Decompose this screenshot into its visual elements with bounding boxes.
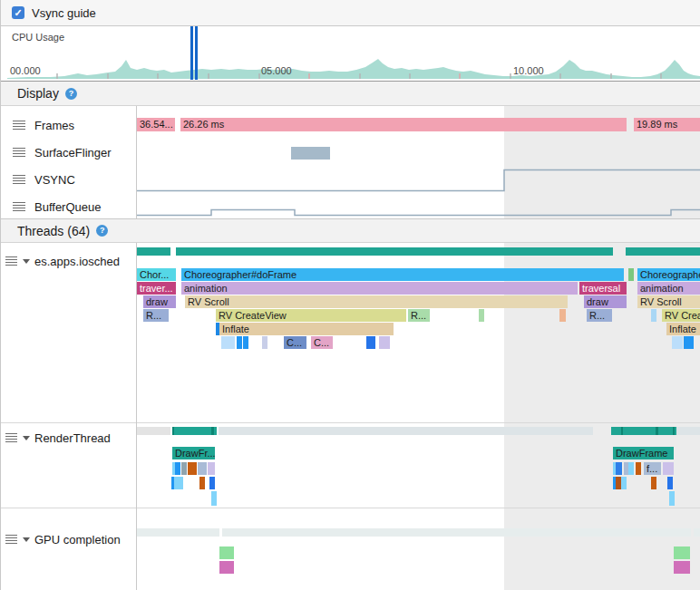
trace-event-bar[interactable]: R... <box>408 309 430 322</box>
thread-section-renderthread[interactable]: RenderThreadDrawFr...DrawFramef... <box>1 422 700 508</box>
trace-event-tick[interactable] <box>669 491 675 506</box>
trace-event-bar[interactable]: traver... <box>137 282 176 295</box>
trace-event-bar[interactable]: f... <box>644 462 661 475</box>
help-icon[interactable]: ? <box>96 225 108 237</box>
collapse-toggle-icon[interactable] <box>23 537 30 542</box>
trace-event-tick[interactable] <box>199 477 205 489</box>
trace-event-tick[interactable] <box>243 336 248 349</box>
trace-event-bar[interactable]: traversal <box>579 282 627 295</box>
trace-event-tick[interactable] <box>674 561 690 574</box>
trace-toolbar: ✓ Vsync guide <box>1 0 700 26</box>
trace-event-tick[interactable] <box>219 561 234 574</box>
drag-handle-icon[interactable] <box>5 433 17 442</box>
trace-event-bar[interactable]: Choreographer#doFrame <box>181 268 624 281</box>
thread-section-gpu-completion[interactable]: GPU completion <box>1 508 700 590</box>
vsync-bufferqueue-lines <box>1 106 700 219</box>
trace-event-tick[interactable] <box>621 477 627 489</box>
vsync-guide-label: Vsync guide <box>32 6 96 20</box>
label-column-divider <box>136 243 137 590</box>
thread-state-segment <box>219 427 593 435</box>
threads-body[interactable]: es.apps.ioschedChor...Choreographer#doFr… <box>1 243 700 590</box>
trace-event-tick[interactable] <box>559 309 566 322</box>
trace-event-tick[interactable] <box>379 336 390 349</box>
trace-event-tick[interactable] <box>651 309 656 322</box>
drag-handle-icon[interactable] <box>13 202 25 211</box>
thread-section-es-apps-iosched[interactable]: es.apps.ioschedChor...Choreographer#doFr… <box>1 243 700 422</box>
trace-event-tick[interactable] <box>211 491 217 506</box>
trace-event-tick[interactable] <box>208 462 215 475</box>
trace-event-tick[interactable] <box>651 477 656 489</box>
drag-handle-icon[interactable] <box>13 175 25 184</box>
trace-event-tick[interactable] <box>479 309 484 322</box>
thread-label: GPU completion <box>5 532 121 546</box>
vsync-guide-line <box>190 26 193 80</box>
vsync-signal-line <box>136 170 700 191</box>
trace-event-tick[interactable] <box>366 336 375 349</box>
trace-event-tick[interactable] <box>688 336 694 349</box>
trace-event-tick[interactable] <box>616 462 622 475</box>
help-icon[interactable]: ? <box>65 88 77 100</box>
trace-event-tick[interactable] <box>178 477 183 489</box>
track-label-surfaceflinger: SurfaceFlinger <box>13 145 112 160</box>
trace-event-bar[interactable]: RV Crea... <box>662 309 700 322</box>
display-tracks-body[interactable]: FramesSurfaceFlingerVSYNCBufferQueue36.5… <box>1 106 700 219</box>
drag-handle-icon[interactable] <box>5 535 17 544</box>
trace-event-tick[interactable] <box>628 268 634 281</box>
trace-event-bar[interactable]: R... <box>587 309 612 322</box>
trace-event-bar[interactable]: DrawFrame <box>613 447 674 459</box>
display-section-title: Display <box>17 86 59 101</box>
drag-handle-icon[interactable] <box>13 148 25 157</box>
collapse-toggle-icon[interactable] <box>23 436 30 440</box>
trace-event-tick[interactable] <box>674 546 690 559</box>
trace-event-bar[interactable]: C... <box>311 336 333 349</box>
trace-event-bar[interactable]: animation <box>181 282 578 295</box>
trace-event-bar[interactable]: draw <box>584 295 627 308</box>
threads-section-header[interactable]: Threads (64) ? <box>1 219 700 243</box>
vsync-guide-line <box>195 26 198 80</box>
cpu-usage-label: CPU Usage <box>12 32 64 43</box>
axis-tick-label: 10.000 <box>513 65 544 76</box>
thread-state-segment <box>656 427 658 435</box>
trace-event-tick[interactable] <box>667 477 673 489</box>
trace-event-bar[interactable]: R... <box>143 309 169 322</box>
trace-event-tick[interactable] <box>181 462 187 475</box>
trace-event-bar[interactable]: Chor... <box>137 268 176 281</box>
drag-handle-icon[interactable] <box>5 256 17 266</box>
trace-event-tick[interactable] <box>209 477 215 489</box>
display-section-header[interactable]: Display ? <box>1 82 700 106</box>
trace-event-bar[interactable]: RV Scroll <box>637 295 700 308</box>
trace-event-bar[interactable]: animation <box>637 282 700 295</box>
trace-event-tick[interactable] <box>219 546 234 559</box>
trace-event-tick[interactable] <box>262 336 267 349</box>
cpu-usage-minimap[interactable]: CPU Usage 00.00005.00010.000 <box>1 26 700 82</box>
trace-event-tick[interactable] <box>636 462 641 475</box>
trace-event-bar[interactable]: Inflate <box>666 323 700 335</box>
label-column-divider <box>136 106 137 218</box>
trace-event-tick[interactable] <box>663 462 674 475</box>
trace-event-tick[interactable] <box>672 336 683 349</box>
thread-state-segment <box>137 528 219 537</box>
trace-event-tick[interactable] <box>198 462 207 475</box>
track-label-bufferqueue: BufferQueue <box>13 199 101 214</box>
trace-event-bar[interactable]: Inflate <box>219 323 394 335</box>
trace-event-tick[interactable] <box>237 336 242 349</box>
thread-state-segment <box>621 427 623 435</box>
trace-event-bar[interactable]: Choreographe... <box>637 268 700 281</box>
thread-name: RenderThread <box>34 431 111 445</box>
trace-event-tick[interactable] <box>191 462 197 475</box>
drag-handle-icon[interactable] <box>13 121 25 130</box>
thread-state-segment <box>176 247 613 256</box>
thread-state-segment <box>137 427 170 435</box>
cpu-usage-svg <box>1 26 700 81</box>
thread-name: es.apps.iosched <box>34 255 120 268</box>
vsync-guide-checkbox[interactable]: ✓ <box>12 6 24 19</box>
trace-event-tick[interactable] <box>628 462 634 475</box>
trace-event-bar[interactable]: C... <box>284 336 306 349</box>
trace-event-tick[interactable] <box>221 336 235 349</box>
collapse-toggle-icon[interactable] <box>23 259 30 264</box>
trace-event-bar[interactable]: draw <box>143 295 176 308</box>
trace-event-tick[interactable] <box>175 462 180 475</box>
trace-event-bar[interactable]: RV CreateView <box>216 309 406 322</box>
trace-event-bar[interactable]: DrawFr... <box>172 447 215 459</box>
trace-event-bar[interactable]: RV Scroll <box>185 295 568 308</box>
